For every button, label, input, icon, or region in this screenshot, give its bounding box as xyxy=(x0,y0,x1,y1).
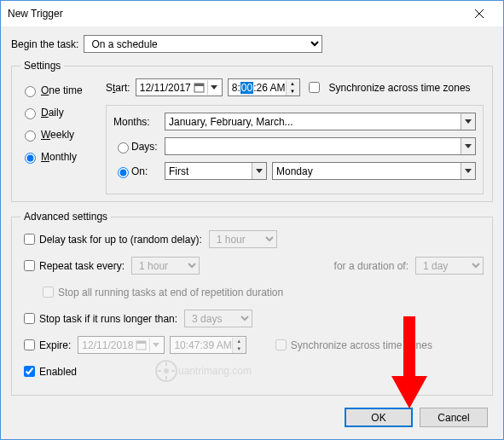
stop-if-checkbox[interactable] xyxy=(24,313,35,324)
radio-one-time-label[interactable]: One time xyxy=(41,84,83,96)
delay-checkbox[interactable] xyxy=(24,234,35,245)
expire-time-picker: 10:47:39 AM ▲▼ xyxy=(170,336,246,354)
months-label: Months: xyxy=(113,116,165,128)
frequency-radios: One time Daily Weekly Monthly xyxy=(20,78,106,194)
start-date-value: 12/11/2017 xyxy=(140,82,191,94)
delay-select[interactable]: 1 hour xyxy=(209,230,277,248)
radio-weekly[interactable] xyxy=(25,130,36,142)
close-icon xyxy=(475,9,484,18)
dialog-body: Begin the task: On a schedule Settings O… xyxy=(1,26,503,439)
chevron-down-icon xyxy=(461,138,475,154)
svg-rect-10 xyxy=(136,341,146,344)
stop-if-select[interactable]: 3 days xyxy=(184,310,252,327)
chevron-down-icon xyxy=(461,163,475,179)
on-week-combobox[interactable]: First xyxy=(165,162,267,180)
repeat-duration-select[interactable]: 1 day xyxy=(415,257,484,275)
time-rest: :26 AM xyxy=(253,82,285,94)
radio-monthly-label[interactable]: Monthly xyxy=(41,151,77,163)
on-label: On: xyxy=(131,165,148,177)
button-row: OK Cancel xyxy=(345,408,488,427)
enabled-checkbox[interactable] xyxy=(24,366,35,377)
radio-on[interactable] xyxy=(118,167,129,178)
svg-rect-3 xyxy=(194,84,204,86)
titlebar: New Trigger xyxy=(1,1,503,26)
radio-weekly-label[interactable]: Weekly xyxy=(41,129,74,141)
expire-time-value: 10:47:39 AM xyxy=(174,339,231,351)
svg-marker-4 xyxy=(211,85,217,90)
start-label: Start: xyxy=(106,82,130,94)
days-label: Days: xyxy=(131,141,158,153)
on-day-combobox[interactable]: Monday xyxy=(272,162,476,180)
days-combobox[interactable] xyxy=(165,137,476,155)
spin-down-icon: ▼ xyxy=(233,345,246,353)
stop-if-label: Stop task if it runs longer than: xyxy=(39,313,177,325)
svg-marker-6 xyxy=(465,144,472,148)
radio-daily-label[interactable]: Daily xyxy=(41,107,64,119)
duration-label: for a duration of: xyxy=(334,260,408,272)
calendar-icon xyxy=(136,339,147,350)
spin-down-icon: ▼ xyxy=(287,88,299,96)
ok-button[interactable]: OK xyxy=(345,408,413,427)
expire-sync-label: Synchronize across time zones xyxy=(291,339,432,351)
expire-checkbox[interactable] xyxy=(24,339,35,350)
enabled-label: Enabled xyxy=(39,366,77,378)
date-drop-icon xyxy=(207,80,220,95)
svg-marker-5 xyxy=(465,119,472,124)
close-button[interactable] xyxy=(462,1,496,26)
svg-marker-7 xyxy=(256,169,263,173)
date-drop-icon xyxy=(149,338,162,352)
time-spinner: ▲▼ xyxy=(232,338,246,353)
advanced-fieldset: Advanced settings Delay task for up to (… xyxy=(11,211,493,396)
expire-sync-checkbox xyxy=(275,339,287,350)
cancel-button[interactable]: Cancel xyxy=(420,408,488,427)
dialog-window: New Trigger Begin the task: On a schedul… xyxy=(0,0,504,440)
settings-legend: Settings xyxy=(20,60,64,72)
calendar-icon xyxy=(194,82,205,93)
radio-daily[interactable] xyxy=(25,108,36,119)
begin-label: Begin the task: xyxy=(11,38,78,50)
settings-fieldset: Settings One time Daily Weekly Monthly S… xyxy=(11,60,493,202)
repeat-interval-select[interactable]: 1 hour xyxy=(131,257,200,275)
sync-tz-label: Synchronize across time zones xyxy=(329,82,471,94)
spin-up-icon: ▲ xyxy=(287,80,299,88)
sync-tz-checkbox[interactable] xyxy=(309,82,320,93)
window-title: New Trigger xyxy=(8,8,462,20)
on-day-value: Monday xyxy=(273,165,461,177)
months-combobox[interactable]: January, February, March... xyxy=(165,113,476,130)
radio-one-time[interactable] xyxy=(25,86,36,97)
time-minute-selected: 00 xyxy=(240,82,253,94)
time-spinner[interactable]: ▲▼ xyxy=(286,80,299,96)
monthly-panel: Months: January, February, March... Days… xyxy=(106,105,484,194)
stop-all-checkbox xyxy=(43,287,54,298)
spin-up-icon: ▲ xyxy=(233,338,246,345)
repeat-checkbox[interactable] xyxy=(24,260,35,271)
chevron-down-icon xyxy=(461,113,475,130)
begin-task-select[interactable]: On a schedule xyxy=(84,35,322,53)
repeat-label: Repeat task every: xyxy=(39,260,125,272)
radio-monthly[interactable] xyxy=(25,153,36,164)
on-week-value: First xyxy=(165,165,252,177)
start-time-picker[interactable]: 8:00:26 AM ▲▼ xyxy=(228,78,300,96)
months-value: January, February, March... xyxy=(165,116,461,128)
delay-label: Delay task for up to (random delay): xyxy=(39,234,202,246)
start-date-picker[interactable]: 12/11/2017 xyxy=(136,78,223,96)
svg-marker-11 xyxy=(153,343,159,347)
advanced-legend: Advanced settings xyxy=(20,211,111,223)
radio-days[interactable] xyxy=(118,142,129,153)
time-hour: 8: xyxy=(232,82,240,94)
expire-date-value: 12/11/2018 xyxy=(82,339,133,351)
svg-marker-8 xyxy=(465,169,472,173)
expire-label: Expire: xyxy=(39,339,71,351)
stop-all-label: Stop all running tasks at end of repetit… xyxy=(58,287,283,298)
expire-date-picker: 12/11/2018 xyxy=(78,336,165,354)
chevron-down-icon xyxy=(252,163,266,179)
